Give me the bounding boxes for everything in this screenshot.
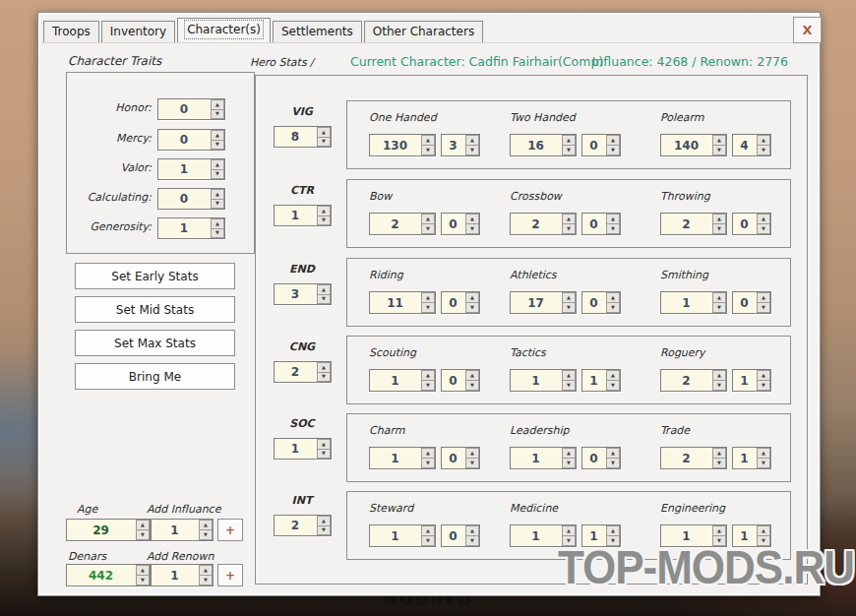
skill-value-spinner[interactable]: 1 ▲ ▼: [510, 369, 577, 392]
close-button[interactable]: X: [793, 17, 822, 43]
attribute-spinner[interactable]: 3 ▲ ▼: [274, 283, 332, 305]
spinner-value[interactable]: 0: [582, 135, 605, 155]
action-button[interactable]: Set Mid Stats: [75, 296, 235, 323]
skill-value-spinner[interactable]: 2 ▲ ▼: [369, 213, 436, 235]
spinner-down-icon[interactable]: ▼: [712, 224, 726, 234]
spinner-value[interactable]: 1: [275, 439, 316, 459]
spinner-value[interactable]: 2: [661, 448, 711, 468]
skill-value-spinner[interactable]: 2 ▲ ▼: [660, 369, 727, 392]
spinner-value[interactable]: 1: [370, 525, 420, 546]
spinner-up-icon[interactable]: ▲: [317, 206, 331, 216]
trait-spinner[interactable]: 0 ▲ ▼: [157, 129, 225, 151]
add-influence-button[interactable]: +: [217, 519, 243, 541]
spinner-up-icon[interactable]: ▲: [421, 135, 435, 146]
spinner-up-icon[interactable]: ▲: [136, 565, 150, 576]
spinner-up-icon[interactable]: ▲: [199, 520, 213, 530]
spinner-down-icon[interactable]: ▼: [211, 229, 224, 239]
spinner-up-icon[interactable]: ▲: [211, 218, 224, 229]
spinner-up-icon[interactable]: ▲: [317, 362, 331, 373]
skill-value-spinner[interactable]: 17 ▲ ▼: [510, 291, 577, 314]
spinner-value[interactable]: 1: [275, 206, 316, 225]
spinner-value[interactable]: 1: [511, 525, 561, 546]
attribute-spinner[interactable]: 2 ▲ ▼: [274, 361, 332, 383]
spinner-value[interactable]: 0: [442, 448, 464, 468]
spinner-up-icon[interactable]: ▲: [757, 525, 770, 536]
attribute-spinner[interactable]: 1 ▲ ▼: [274, 205, 332, 226]
spinner-value[interactable]: 1: [661, 292, 711, 313]
spinner-down-icon[interactable]: ▼: [465, 459, 479, 468]
spinner-up-icon[interactable]: ▲: [606, 448, 620, 459]
spinner-value[interactable]: 0: [442, 214, 464, 234]
spinner-up-icon[interactable]: ▲: [562, 292, 576, 303]
skill-bonus-spinner[interactable]: 0 ▲ ▼: [732, 213, 771, 235]
add-renown-button[interactable]: +: [217, 564, 243, 586]
spinner-down-icon[interactable]: ▼: [712, 146, 726, 155]
spinner-down-icon[interactable]: ▼: [562, 224, 576, 234]
spinner-up-icon[interactable]: ▲: [465, 292, 479, 303]
spinner-value[interactable]: 0: [442, 292, 464, 313]
spinner-up-icon[interactable]: ▲: [421, 370, 435, 381]
spinner-value[interactable]: 1: [733, 448, 756, 468]
spinner-up-icon[interactable]: ▲: [606, 292, 620, 303]
spinner-up-icon[interactable]: ▲: [317, 284, 331, 295]
spinner-value[interactable]: 2: [661, 370, 711, 391]
trait-spinner[interactable]: 1 ▲ ▼: [157, 158, 225, 180]
spinner-up-icon[interactable]: ▲: [136, 520, 150, 530]
action-button[interactable]: Bring Me: [75, 363, 235, 390]
tab-item[interactable]: Inventory: [101, 21, 175, 42]
spinner-down-icon[interactable]: ▼: [317, 138, 331, 148]
skill-bonus-spinner[interactable]: 0 ▲ ▼: [441, 524, 480, 547]
spinner-up-icon[interactable]: ▲: [757, 370, 770, 381]
spinner-down-icon[interactable]: ▼: [562, 459, 576, 468]
age-spinner[interactable]: 29 ▲ ▼: [66, 519, 151, 541]
spinner-value[interactable]: 1: [511, 370, 561, 391]
spinner-up-icon[interactable]: ▲: [211, 189, 224, 200]
spinner-value[interactable]: 1: [511, 448, 561, 468]
skill-bonus-spinner[interactable]: 1 ▲ ▼: [732, 447, 771, 469]
spinner-down-icon[interactable]: ▼: [712, 459, 726, 468]
attribute-spinner[interactable]: 2 ▲ ▼: [274, 515, 332, 536]
spinner-down-icon[interactable]: ▼: [757, 459, 770, 468]
skill-bonus-spinner[interactable]: 4 ▲ ▼: [732, 134, 771, 156]
spinner-down-icon[interactable]: ▼: [465, 536, 479, 546]
spinner-up-icon[interactable]: ▲: [465, 214, 479, 224]
spinner-value[interactable]: 1: [370, 370, 420, 391]
attribute-spinner[interactable]: 1 ▲ ▼: [274, 438, 332, 460]
spinner-up-icon[interactable]: ▲: [465, 370, 479, 381]
spinner-value[interactable]: 8: [275, 127, 316, 147]
skill-bonus-spinner[interactable]: 0 ▲ ▼: [732, 291, 771, 314]
spinner-value[interactable]: 2: [511, 214, 561, 234]
spinner-down-icon[interactable]: ▼: [317, 526, 331, 536]
spinner-value[interactable]: 2: [275, 516, 316, 535]
spinner-down-icon[interactable]: ▼: [757, 303, 770, 313]
add-influence-spinner[interactable]: 1 ▲ ▼: [151, 519, 214, 541]
spinner-down-icon[interactable]: ▼: [317, 373, 331, 383]
spinner-down-icon[interactable]: ▼: [317, 216, 331, 226]
tab-item[interactable]: Character(s): [177, 18, 271, 42]
tab-item[interactable]: Other Characters: [364, 21, 483, 42]
skill-value-spinner[interactable]: 1 ▲ ▼: [369, 524, 436, 547]
action-button[interactable]: Set Max Stats: [75, 330, 235, 356]
spinner-value[interactable]: 4: [733, 135, 756, 155]
attribute-spinner[interactable]: 8 ▲ ▼: [274, 126, 332, 148]
spinner-down-icon[interactable]: ▼: [421, 146, 435, 155]
spinner-up-icon[interactable]: ▲: [712, 135, 726, 146]
spinner-up-icon[interactable]: ▲: [712, 525, 726, 536]
spinner-value[interactable]: 29: [67, 520, 135, 540]
spinner-down-icon[interactable]: ▼: [421, 536, 435, 546]
spinner-down-icon[interactable]: ▼: [211, 200, 224, 210]
skill-bonus-spinner[interactable]: 0 ▲ ▼: [441, 291, 480, 314]
spinner-down-icon[interactable]: ▼: [421, 381, 435, 391]
spinner-up-icon[interactable]: ▲: [712, 448, 726, 459]
spinner-up-icon[interactable]: ▲: [421, 448, 435, 459]
spinner-down-icon[interactable]: ▼: [211, 141, 224, 151]
spinner-value[interactable]: 1: [370, 448, 420, 468]
spinner-down-icon[interactable]: ▼: [757, 224, 770, 234]
spinner-up-icon[interactable]: ▲: [606, 370, 620, 381]
spinner-down-icon[interactable]: ▼: [211, 110, 224, 120]
spinner-down-icon[interactable]: ▼: [211, 170, 224, 180]
spinner-down-icon[interactable]: ▼: [562, 303, 576, 313]
spinner-down-icon[interactable]: ▼: [712, 303, 726, 313]
spinner-value[interactable]: 2: [370, 214, 420, 234]
spinner-value[interactable]: 442: [67, 565, 135, 585]
